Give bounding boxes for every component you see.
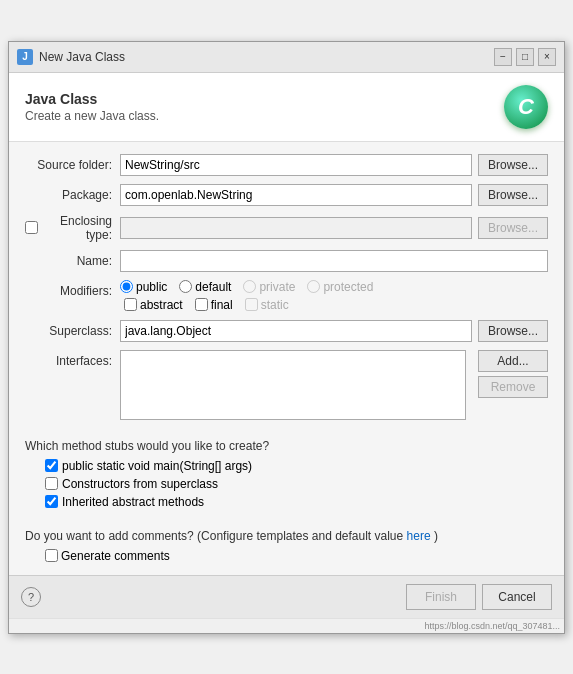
stubs-section: Which method stubs would you like to cre… [25, 431, 548, 517]
source-folder-control [120, 154, 472, 176]
package-control [120, 184, 472, 206]
title-bar-left: J New Java Class [17, 49, 125, 65]
package-row: Package: Browse... [25, 184, 548, 206]
interfaces-remove-button[interactable]: Remove [478, 376, 548, 398]
stubs-title: Which method stubs would you like to cre… [25, 439, 548, 453]
name-row: Name: [25, 250, 548, 272]
stub-inherited[interactable]: Inherited abstract methods [45, 495, 548, 509]
new-java-class-dialog: J New Java Class − □ × Java Class Create… [8, 41, 565, 634]
superclass-control [120, 320, 472, 342]
footer-left: ? [21, 587, 41, 607]
minimize-button[interactable]: − [494, 48, 512, 66]
comments-title: Do you want to add comments? (Configure … [25, 529, 548, 543]
interfaces-buttons: Add... Remove [472, 350, 548, 398]
dialog-footer: ? Finish Cancel [9, 575, 564, 618]
maximize-button[interactable]: □ [516, 48, 534, 66]
name-input[interactable] [120, 250, 548, 272]
modifier-private: private [243, 280, 295, 294]
modifiers-label: Modifiers: [25, 280, 120, 302]
modifier-abstract[interactable]: abstract [124, 298, 183, 312]
header-subtitle: Create a new Java class. [25, 109, 159, 123]
enclosing-type-browse-button[interactable]: Browse... [478, 217, 548, 239]
modifiers-radio-group: public default private protected [120, 280, 548, 294]
header-title: Java Class [25, 91, 159, 107]
help-button[interactable]: ? [21, 587, 41, 607]
dialog-header: Java Class Create a new Java class. C [9, 73, 564, 142]
dialog-icon: J [17, 49, 33, 65]
enclosing-type-label: Enclosing type: [38, 214, 112, 242]
interfaces-label: Interfaces: [25, 350, 120, 372]
stubs-list: public static void main(String[] args) C… [25, 459, 548, 509]
modifier-default[interactable]: default [179, 280, 231, 294]
finish-button[interactable]: Finish [406, 584, 476, 610]
enclosing-type-input[interactable] [120, 217, 472, 239]
enclosing-type-row: Enclosing type: Browse... [25, 214, 548, 242]
generate-comments-checkbox[interactable]: Generate comments [45, 549, 170, 563]
dialog-body: Source folder: Browse... Package: Browse… [9, 142, 564, 575]
package-input[interactable] [120, 184, 472, 206]
title-text: New Java Class [39, 50, 125, 64]
name-label: Name: [25, 250, 120, 272]
comments-section: Do you want to add comments? (Configure … [25, 523, 548, 563]
modifier-public[interactable]: public [120, 280, 167, 294]
comments-checkbox-row: Generate comments [25, 549, 548, 563]
dialog-logo: C [504, 85, 548, 129]
interfaces-control [120, 350, 466, 423]
superclass-browse-button[interactable]: Browse... [478, 320, 548, 342]
source-folder-row: Source folder: Browse... [25, 154, 548, 176]
stub-constructors[interactable]: Constructors from superclass [45, 477, 548, 491]
source-folder-input[interactable] [120, 154, 472, 176]
source-folder-label: Source folder: [25, 154, 120, 176]
modifier-static: static [245, 298, 289, 312]
cancel-button[interactable]: Cancel [482, 584, 552, 610]
superclass-input[interactable] [120, 320, 472, 342]
comments-link[interactable]: here [407, 529, 431, 543]
close-button[interactable]: × [538, 48, 556, 66]
modifier-final[interactable]: final [195, 298, 233, 312]
footer-buttons: Finish Cancel [406, 584, 552, 610]
enclosing-type-checkbox[interactable] [25, 221, 38, 234]
watermark: https://blog.csdn.net/qq_307481... [9, 618, 564, 633]
superclass-label: Superclass: [25, 320, 120, 342]
source-folder-browse-button[interactable]: Browse... [478, 154, 548, 176]
package-label: Package: [25, 184, 120, 206]
modifiers-checkbox-group: abstract final static [120, 298, 548, 312]
interfaces-row: Interfaces: Add... Remove [25, 350, 548, 423]
stub-main[interactable]: public static void main(String[] args) [45, 459, 548, 473]
modifier-protected: protected [307, 280, 373, 294]
header-text: Java Class Create a new Java class. [25, 91, 159, 123]
enclosing-type-control [120, 217, 472, 239]
interfaces-add-button[interactable]: Add... [478, 350, 548, 372]
interfaces-textarea[interactable] [120, 350, 466, 420]
title-controls: − □ × [494, 48, 556, 66]
package-browse-button[interactable]: Browse... [478, 184, 548, 206]
name-control [120, 250, 548, 272]
title-bar: J New Java Class − □ × [9, 42, 564, 73]
modifiers-row: Modifiers: public default private [25, 280, 548, 312]
superclass-row: Superclass: Browse... [25, 320, 548, 342]
modifiers-control: public default private protected [120, 280, 548, 312]
